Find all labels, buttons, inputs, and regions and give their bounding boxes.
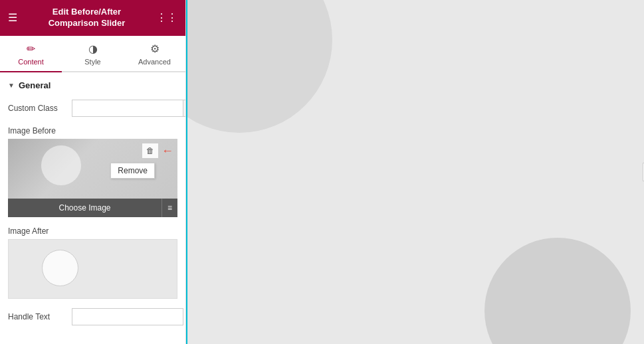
remove-tooltip: Remove [110,163,155,179]
image-before-row: Image Before 🗑 Remove ← Choose Image [8,126,177,217]
image-before-label: Image Before [8,126,177,135]
image-after-preview [8,239,177,299]
arrow-indicator-icon: ← [161,144,173,158]
custom-class-input-wrapper: ≡ [72,100,186,117]
custom-class-label: Custom Class [8,104,68,113]
remove-image-button[interactable]: 🗑 [142,143,159,159]
image-before-preview: 🗑 Remove ← [8,139,177,199]
tab-content[interactable]: ✏ Content [0,36,62,72]
slider-divider-line [186,0,187,344]
handle-text-input[interactable]: Drag [72,308,183,325]
grid-icon[interactable]: ⋮⋮ [156,11,177,24]
image-after-label: Image After [8,226,177,236]
handle-text-label: Handle Text [8,312,68,321]
image-after-row: Image After [8,226,177,299]
image-before-container: 🗑 Remove ← Choose Image ≡ [8,139,177,217]
bg-circle-2 [484,238,631,344]
image-after-circle [42,250,78,286]
left-panel: ☰ Edit Before/After Comparison Slider ⋮⋮… [0,0,186,344]
section-arrow-icon: ▼ [8,82,15,89]
tab-style[interactable]: ◑ Style [62,36,124,72]
panel-header: ☰ Edit Before/After Comparison Slider ⋮⋮ [0,0,185,36]
tab-advanced[interactable]: ⚙ Advanced [124,36,185,72]
choose-image-list-icon[interactable]: ≡ [161,199,177,217]
panel-content: ▼ General Custom Class ≡ Image Before 🗑 [0,72,185,344]
canvas-area: ‹ [186,0,644,344]
advanced-icon: ⚙ [150,43,160,55]
content-icon: ✏ [27,43,35,55]
choose-image-button[interactable]: Choose Image [8,199,161,217]
custom-class-input[interactable] [72,100,183,116]
panel-title: Edit Before/After Comparison Slider [17,7,156,29]
image-before-circle [41,145,81,185]
choose-image-bar: Choose Image ≡ [8,199,177,217]
tabs-bar: ✏ Content ◑ Style ⚙ Advanced [0,36,185,72]
canvas-inner: ‹ [186,0,644,344]
bg-circle-1 [186,0,332,133]
menu-icon[interactable]: ☰ [8,11,17,24]
section-general: ▼ General [8,80,177,90]
handle-text-row: Handle Text Drag [8,308,177,325]
section-title: General [19,80,51,90]
custom-class-row: Custom Class ≡ [8,100,177,117]
remove-btn-area: 🗑 Remove [142,143,159,159]
style-icon: ◑ [88,43,98,55]
remove-wrapper: 🗑 Remove ← [142,143,173,159]
